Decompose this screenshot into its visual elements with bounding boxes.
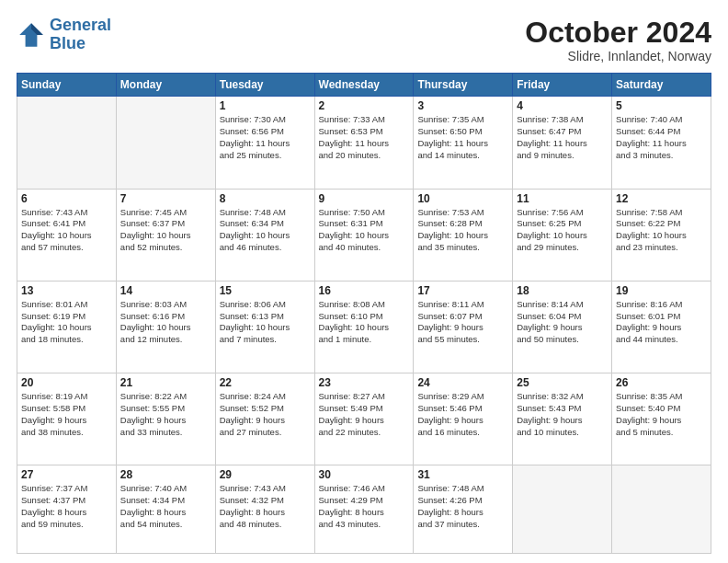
day-number: 29: [220, 468, 311, 481]
calendar-cell: 6Sunrise: 7:43 AM Sunset: 6:41 PM Daylig…: [17, 189, 117, 281]
page: General Blue October 2024 Slidre, Innlan…: [0, 0, 728, 563]
day-number: 27: [21, 468, 112, 481]
calendar-cell: 12Sunrise: 7:58 AM Sunset: 6:22 PM Dayli…: [612, 189, 711, 281]
day-number: 30: [319, 468, 410, 481]
day-detail: Sunrise: 7:37 AM Sunset: 4:37 PM Dayligh…: [21, 483, 112, 530]
day-number: 6: [21, 192, 112, 205]
day-number: 21: [120, 376, 211, 389]
day-detail: Sunrise: 7:43 AM Sunset: 6:41 PM Dayligh…: [21, 207, 112, 254]
day-number: 10: [417, 192, 508, 205]
calendar-cell: 20Sunrise: 8:19 AM Sunset: 5:58 PM Dayli…: [17, 373, 117, 465]
week-row-5: 27Sunrise: 7:37 AM Sunset: 4:37 PM Dayli…: [17, 465, 711, 554]
day-number: 31: [417, 468, 508, 481]
day-detail: Sunrise: 8:14 AM Sunset: 6:04 PM Dayligh…: [517, 299, 608, 346]
day-detail: Sunrise: 7:35 AM Sunset: 6:50 PM Dayligh…: [417, 114, 508, 161]
calendar-cell: 7Sunrise: 7:45 AM Sunset: 6:37 PM Daylig…: [116, 189, 215, 281]
calendar-cell: [513, 465, 612, 554]
day-detail: Sunrise: 7:48 AM Sunset: 6:34 PM Dayligh…: [220, 207, 311, 254]
week-row-4: 20Sunrise: 8:19 AM Sunset: 5:58 PM Dayli…: [17, 373, 711, 465]
day-number: 23: [319, 376, 410, 389]
day-detail: Sunrise: 8:24 AM Sunset: 5:52 PM Dayligh…: [220, 391, 311, 438]
col-header-friday: Friday: [513, 74, 612, 97]
calendar-cell: 15Sunrise: 8:06 AM Sunset: 6:13 PM Dayli…: [215, 281, 314, 373]
col-header-saturday: Saturday: [612, 74, 711, 97]
calendar-cell: 14Sunrise: 8:03 AM Sunset: 6:16 PM Dayli…: [116, 281, 215, 373]
calendar-cell: 3Sunrise: 7:35 AM Sunset: 6:50 PM Daylig…: [414, 97, 513, 189]
calendar-cell: [116, 97, 215, 189]
calendar-cell: 13Sunrise: 8:01 AM Sunset: 6:19 PM Dayli…: [17, 281, 117, 373]
calendar-cell: 29Sunrise: 7:43 AM Sunset: 4:32 PM Dayli…: [215, 465, 314, 554]
day-detail: Sunrise: 8:19 AM Sunset: 5:58 PM Dayligh…: [21, 391, 112, 438]
day-number: 25: [517, 376, 608, 389]
header: General Blue October 2024 Slidre, Innlan…: [17, 17, 711, 63]
calendar-cell: 11Sunrise: 7:56 AM Sunset: 6:25 PM Dayli…: [513, 189, 612, 281]
day-number: 7: [120, 192, 211, 205]
day-number: 2: [319, 99, 410, 112]
day-number: 5: [616, 99, 707, 112]
day-detail: Sunrise: 7:53 AM Sunset: 6:28 PM Dayligh…: [417, 207, 508, 254]
calendar-cell: 18Sunrise: 8:14 AM Sunset: 6:04 PM Dayli…: [513, 281, 612, 373]
day-number: 12: [616, 192, 707, 205]
day-number: 22: [220, 376, 311, 389]
calendar-cell: 10Sunrise: 7:53 AM Sunset: 6:28 PM Dayli…: [414, 189, 513, 281]
day-detail: Sunrise: 7:30 AM Sunset: 6:56 PM Dayligh…: [220, 114, 311, 161]
day-detail: Sunrise: 8:03 AM Sunset: 6:16 PM Dayligh…: [120, 299, 211, 346]
day-detail: Sunrise: 8:22 AM Sunset: 5:55 PM Dayligh…: [120, 391, 211, 438]
calendar-cell: [612, 465, 711, 554]
week-row-2: 6Sunrise: 7:43 AM Sunset: 6:41 PM Daylig…: [17, 189, 711, 281]
day-number: 8: [220, 192, 311, 205]
day-detail: Sunrise: 7:33 AM Sunset: 6:53 PM Dayligh…: [319, 114, 410, 161]
week-row-3: 13Sunrise: 8:01 AM Sunset: 6:19 PM Dayli…: [17, 281, 711, 373]
calendar-cell: 1Sunrise: 7:30 AM Sunset: 6:56 PM Daylig…: [215, 97, 314, 189]
day-detail: Sunrise: 7:45 AM Sunset: 6:37 PM Dayligh…: [120, 207, 211, 254]
day-detail: Sunrise: 8:11 AM Sunset: 6:07 PM Dayligh…: [417, 299, 508, 346]
day-number: 19: [616, 284, 707, 297]
title-area: October 2024 Slidre, Innlandet, Norway: [525, 17, 711, 63]
logo-icon: [17, 20, 46, 50]
col-header-sunday: Sunday: [17, 74, 117, 97]
calendar-cell: 25Sunrise: 8:32 AM Sunset: 5:43 PM Dayli…: [513, 373, 612, 465]
day-detail: Sunrise: 8:06 AM Sunset: 6:13 PM Dayligh…: [220, 299, 311, 346]
day-number: 11: [517, 192, 608, 205]
day-number: 4: [517, 99, 608, 112]
calendar-cell: 4Sunrise: 7:38 AM Sunset: 6:47 PM Daylig…: [513, 97, 612, 189]
day-detail: Sunrise: 8:29 AM Sunset: 5:46 PM Dayligh…: [417, 391, 508, 438]
day-number: 28: [120, 468, 211, 481]
day-detail: Sunrise: 7:50 AM Sunset: 6:31 PM Dayligh…: [319, 207, 410, 254]
calendar-cell: 17Sunrise: 8:11 AM Sunset: 6:07 PM Dayli…: [414, 281, 513, 373]
day-detail: Sunrise: 7:43 AM Sunset: 4:32 PM Dayligh…: [220, 483, 311, 530]
day-detail: Sunrise: 8:16 AM Sunset: 6:01 PM Dayligh…: [616, 299, 707, 346]
day-detail: Sunrise: 7:40 AM Sunset: 4:34 PM Dayligh…: [120, 483, 211, 530]
day-detail: Sunrise: 7:40 AM Sunset: 6:44 PM Dayligh…: [616, 114, 707, 161]
day-number: 14: [120, 284, 211, 297]
day-detail: Sunrise: 8:01 AM Sunset: 6:19 PM Dayligh…: [21, 299, 112, 346]
day-number: 20: [21, 376, 112, 389]
day-number: 16: [319, 284, 410, 297]
day-number: 3: [417, 99, 508, 112]
calendar-cell: 5Sunrise: 7:40 AM Sunset: 6:44 PM Daylig…: [612, 97, 711, 189]
day-detail: Sunrise: 7:58 AM Sunset: 6:22 PM Dayligh…: [616, 207, 707, 254]
logo: General Blue: [17, 17, 111, 53]
logo-text: General Blue: [50, 17, 111, 53]
day-number: 13: [21, 284, 112, 297]
calendar-cell: 22Sunrise: 8:24 AM Sunset: 5:52 PM Dayli…: [215, 373, 314, 465]
logo-line2: Blue: [50, 34, 85, 52]
day-detail: Sunrise: 8:32 AM Sunset: 5:43 PM Dayligh…: [517, 391, 608, 438]
calendar-cell: 21Sunrise: 8:22 AM Sunset: 5:55 PM Dayli…: [116, 373, 215, 465]
day-number: 26: [616, 376, 707, 389]
day-number: 17: [417, 284, 508, 297]
calendar-cell: 26Sunrise: 8:35 AM Sunset: 5:40 PM Dayli…: [612, 373, 711, 465]
calendar-cell: 27Sunrise: 7:37 AM Sunset: 4:37 PM Dayli…: [17, 465, 117, 554]
day-number: 9: [319, 192, 410, 205]
week-row-1: 1Sunrise: 7:30 AM Sunset: 6:56 PM Daylig…: [17, 97, 711, 189]
col-header-monday: Monday: [116, 74, 215, 97]
day-detail: Sunrise: 8:08 AM Sunset: 6:10 PM Dayligh…: [319, 299, 410, 346]
calendar-cell: 16Sunrise: 8:08 AM Sunset: 6:10 PM Dayli…: [314, 281, 414, 373]
day-number: 18: [517, 284, 608, 297]
calendar-cell: 24Sunrise: 8:29 AM Sunset: 5:46 PM Dayli…: [414, 373, 513, 465]
logo-line1: General: [50, 16, 111, 34]
calendar-table: SundayMondayTuesdayWednesdayThursdayFrid…: [17, 73, 711, 554]
calendar-cell: 19Sunrise: 8:16 AM Sunset: 6:01 PM Dayli…: [612, 281, 711, 373]
day-detail: Sunrise: 7:38 AM Sunset: 6:47 PM Dayligh…: [517, 114, 608, 161]
calendar-cell: 9Sunrise: 7:50 AM Sunset: 6:31 PM Daylig…: [314, 189, 414, 281]
